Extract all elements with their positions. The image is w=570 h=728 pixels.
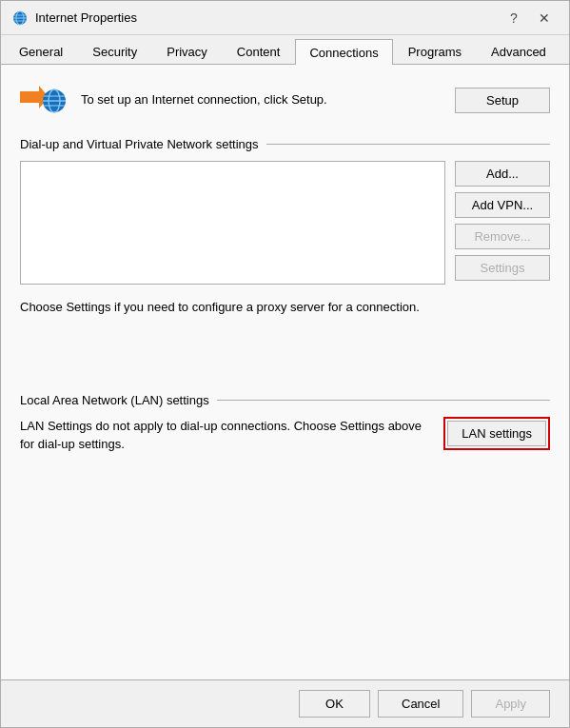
tab-bar: General Security Privacy Content Connect… [1, 35, 569, 65]
proxy-text: Choose Settings if you need to configure… [20, 298, 550, 317]
tab-content[interactable]: Content [223, 39, 295, 64]
vpn-buttons: Add... Add VPN... Remove... Settings [455, 161, 550, 285]
vpn-list [20, 161, 445, 285]
setup-icon [20, 80, 66, 120]
tab-security[interactable]: Security [78, 39, 151, 64]
apply-button[interactable]: Apply [471, 690, 550, 718]
ie-icon [12, 10, 28, 26]
dial-vpn-line [266, 144, 551, 145]
tab-privacy[interactable]: Privacy [152, 39, 222, 64]
bottom-bar: OK Cancel Apply [1, 679, 569, 727]
lan-section: Local Area Network (LAN) settings LAN Se… [20, 393, 550, 454]
ok-button[interactable]: OK [299, 690, 370, 718]
add-vpn-button[interactable]: Add VPN... [455, 192, 550, 218]
tab-general[interactable]: General [5, 39, 77, 64]
content-area: To set up an Internet connection, click … [1, 65, 569, 679]
vpn-area: Add... Add VPN... Remove... Settings [20, 161, 550, 285]
setup-section: To set up an Internet connection, click … [20, 80, 550, 120]
lan-header: Local Area Network (LAN) settings [20, 393, 550, 407]
lan-text: LAN Settings do not apply to dial-up con… [20, 417, 434, 454]
setup-text: To set up an Internet connection, click … [81, 90, 440, 109]
internet-properties-window: Internet Properties ? ✕ General Security… [0, 0, 570, 728]
window-title: Internet Properties [35, 10, 137, 25]
tab-advanced[interactable]: Advanced [477, 39, 560, 64]
cancel-button[interactable]: Cancel [378, 690, 463, 718]
lan-line [217, 400, 550, 401]
dial-vpn-header: Dial-up and Virtual Private Network sett… [20, 137, 550, 151]
close-button[interactable]: ✕ [531, 9, 558, 28]
dial-vpn-title: Dial-up and Virtual Private Network sett… [20, 137, 259, 151]
lan-button-wrapper: LAN settings [443, 417, 550, 450]
tab-programs[interactable]: Programs [394, 39, 476, 64]
title-buttons: ? ✕ [501, 9, 558, 28]
tab-connections[interactable]: Connections [295, 39, 392, 65]
dial-vpn-section: Dial-up and Virtual Private Network sett… [20, 137, 550, 317]
add-button[interactable]: Add... [455, 161, 550, 187]
lan-area: LAN Settings do not apply to dial-up con… [20, 417, 550, 454]
settings-button[interactable]: Settings [455, 255, 550, 281]
setup-button[interactable]: Setup [455, 88, 550, 113]
title-bar: Internet Properties ? ✕ [1, 1, 569, 35]
remove-button[interactable]: Remove... [455, 224, 550, 249]
lan-title: Local Area Network (LAN) settings [20, 393, 209, 407]
help-button[interactable]: ? [501, 9, 527, 28]
lan-settings-button[interactable]: LAN settings [447, 421, 546, 446]
title-left: Internet Properties [12, 10, 137, 26]
